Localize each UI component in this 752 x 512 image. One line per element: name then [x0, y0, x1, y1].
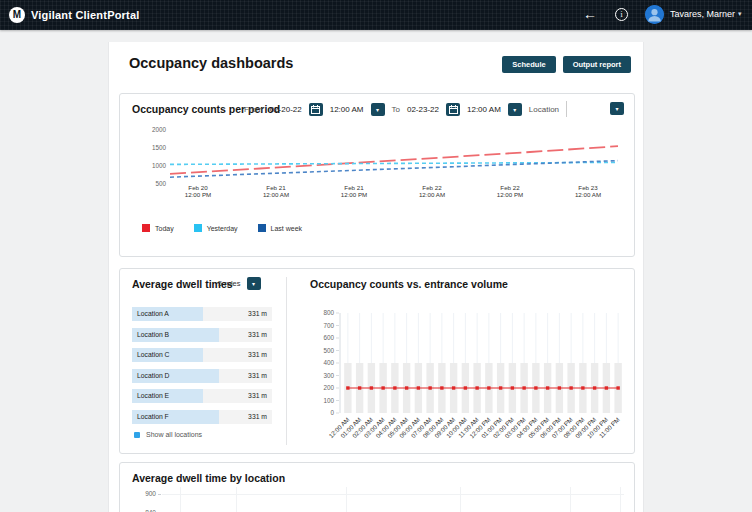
- gridline: [180, 487, 181, 512]
- gridline: [162, 494, 624, 495]
- bottom-ytick: 900: [134, 490, 156, 497]
- bottom-card-title: Average dwell time by location: [132, 472, 285, 484]
- dwell-row[interactable]: Location E331 m: [132, 389, 272, 403]
- dwell-location-label: Location A: [137, 307, 169, 321]
- dwell-rows: Location A331 mLocation B331 mLocation C…: [132, 307, 272, 430]
- dwell-location-label: Location E: [137, 389, 169, 403]
- person-icon: [645, 5, 664, 24]
- svg-text:700: 700: [323, 322, 334, 329]
- to-date-field[interactable]: 02-23-22: [407, 105, 439, 114]
- header-buttons: Schedule Output report: [502, 56, 631, 73]
- gridline: [236, 487, 237, 512]
- calendar-glyph: [311, 105, 320, 114]
- svg-text:Feb 2012:00 PM: Feb 2012:00 PM: [185, 184, 211, 198]
- svg-text:Feb 2212:00 PM: Feb 2212:00 PM: [497, 184, 523, 198]
- checkbox-icon[interactable]: [134, 432, 140, 438]
- svg-text:Feb 2112:00 PM: Feb 2112:00 PM: [341, 184, 367, 198]
- legend-label: Last week: [271, 225, 303, 232]
- svg-text:1000: 1000: [152, 162, 167, 169]
- from-date-field[interactable]: 02-20-22: [270, 105, 302, 114]
- to-label: To: [392, 105, 400, 114]
- legend-swatch-icon: [258, 224, 266, 232]
- dwell-location-label: Location B: [137, 328, 169, 342]
- dwell-value: 331 m: [248, 307, 267, 321]
- gridline: [620, 487, 621, 512]
- gridline: [346, 487, 347, 512]
- from-time-field[interactable]: 12:00 AM: [330, 105, 364, 114]
- svg-text:1500: 1500: [152, 144, 167, 151]
- occupancy-per-period-card: Occupancy counts per period From 02-20-2…: [119, 93, 635, 257]
- dwell-location-label: Location F: [137, 410, 169, 424]
- from-calendar-icon[interactable]: [309, 103, 323, 116]
- motorola-logo-icon: M: [9, 7, 25, 23]
- entrance-bar-chart: 800700600500400300200100012:00 AM01:00 A…: [306, 293, 628, 451]
- period-line-chart: 200015001000500Feb 2012:00 PMFeb 2112:00…: [130, 122, 626, 200]
- show-all-label: Show all locations: [146, 431, 202, 438]
- svg-text:600: 600: [323, 334, 334, 341]
- svg-text:2000: 2000: [152, 126, 167, 133]
- dwell-row[interactable]: Location C331 m: [132, 348, 272, 362]
- dwell-value: 331 m: [248, 328, 267, 342]
- dwell-location-label: Location C: [137, 348, 170, 362]
- axis-tick: [158, 494, 161, 495]
- dwell-value: 331 m: [248, 369, 267, 383]
- gridline: [570, 487, 571, 512]
- period-filters: From 02-20-22 12:00 AM ▾ To 02-23-22: [244, 101, 567, 117]
- dwell-filter-caret-icon[interactable]: ▾: [247, 277, 261, 290]
- dwell-value: 331 m: [248, 410, 267, 424]
- from-time-caret-icon[interactable]: ▾: [371, 103, 385, 116]
- main-panel: Occupancy dashboards Schedule Output rep…: [108, 42, 644, 512]
- legend-swatch-icon: [142, 224, 150, 232]
- svg-text:800: 800: [323, 309, 334, 316]
- back-arrow-icon[interactable]: ←: [583, 0, 597, 30]
- location-caret-icon[interactable]: ▾: [610, 102, 624, 115]
- dwell-location-label: Location D: [137, 369, 170, 383]
- show-all-locations[interactable]: Show all locations: [134, 431, 202, 438]
- filter-separator: [566, 101, 567, 117]
- svg-text:100: 100: [323, 397, 334, 404]
- svg-text:Feb 2212:00 AM: Feb 2212:00 AM: [419, 184, 445, 198]
- calendar-glyph: [449, 105, 458, 114]
- legend-swatch-icon: [194, 224, 202, 232]
- legend-item[interactable]: Today: [142, 224, 174, 232]
- legend-label: Today: [155, 225, 174, 232]
- dwell-row[interactable]: Location D331 m: [132, 369, 272, 383]
- legend-item[interactable]: Last week: [258, 224, 303, 232]
- to-calendar-icon[interactable]: [446, 103, 460, 116]
- dwell-filter-value: 5 rules: [218, 279, 241, 288]
- dwell-value: 331 m: [248, 348, 267, 362]
- output-report-button[interactable]: Output report: [563, 56, 631, 73]
- brand-title: Vigilant ClientPortal: [31, 0, 140, 30]
- location-label: Location: [529, 105, 559, 114]
- user-menu-caret-icon[interactable]: ▾: [738, 0, 742, 30]
- svg-text:Feb 2312:00 AM: Feb 2312:00 AM: [575, 184, 601, 198]
- legend-item[interactable]: Yesterday: [194, 224, 238, 232]
- avatar[interactable]: [645, 5, 664, 24]
- dwell-row[interactable]: Location B331 m: [132, 328, 272, 342]
- svg-text:Feb 2112:00 AM: Feb 2112:00 AM: [263, 184, 289, 198]
- from-label: From: [244, 105, 263, 114]
- svg-text:200: 200: [323, 384, 334, 391]
- to-time-field[interactable]: 12:00 AM: [467, 105, 501, 114]
- user-name[interactable]: Tavares, Marner: [670, 0, 735, 30]
- dwell-row[interactable]: Location A331 m: [132, 307, 272, 321]
- svg-text:500: 500: [323, 347, 334, 354]
- entrance-card-title: Occupancy counts vs. entrance volume: [310, 278, 508, 290]
- svg-text:400: 400: [323, 359, 334, 366]
- dwell-entrance-card: Average dwell times 5 rules ▾ Location A…: [119, 268, 635, 454]
- card-divider: [286, 277, 287, 445]
- svg-text:300: 300: [323, 372, 334, 379]
- to-time-caret-icon[interactable]: ▾: [508, 103, 522, 116]
- svg-text:500: 500: [155, 180, 166, 187]
- top-bar: M Vigilant ClientPortal ← i Tavares, Mar…: [0, 0, 752, 30]
- dwell-filter-select[interactable]: 5 rules ▾: [218, 277, 261, 290]
- dwell-by-location-card: Average dwell time by location 900 840: [119, 462, 635, 512]
- page-title: Occupancy dashboards: [129, 55, 293, 71]
- svg-text:0: 0: [330, 409, 334, 416]
- schedule-button[interactable]: Schedule: [502, 56, 555, 73]
- legend-label: Yesterday: [207, 225, 238, 232]
- info-icon[interactable]: i: [615, 8, 628, 21]
- period-legend: TodayYesterdayLast week: [142, 224, 302, 232]
- dwell-row[interactable]: Location F331 m: [132, 410, 272, 424]
- dwell-value: 331 m: [248, 389, 267, 403]
